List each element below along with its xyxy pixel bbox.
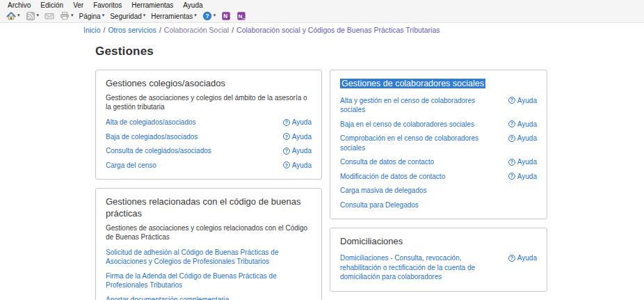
help-circle-icon: ? — [508, 97, 515, 104]
menu-ver[interactable]: Ver — [69, 1, 89, 10]
service-link[interactable]: Baja en el censo de colaboradores social… — [340, 120, 474, 129]
ayuda-link[interactable]: ?Ayuda — [508, 158, 537, 166]
service-link[interactable]: Solicitud de adhesión al Código de Buena… — [106, 248, 312, 267]
ayuda-label: Ayuda — [517, 134, 537, 142]
link-row: Solicitud de adhesión al Código de Buena… — [106, 248, 312, 267]
read-mail-button[interactable] — [42, 10, 57, 22]
page-title: Gestiones — [95, 45, 644, 58]
link-row: Baja de colegiados/asociados?Ayuda — [106, 132, 312, 142]
breadcrumb-link[interactable]: Inicio — [83, 26, 101, 34]
ayuda-link[interactable]: ?Ayuda — [508, 254, 537, 262]
ayuda-label: Ayuda — [292, 161, 312, 169]
link-row: Carga del censo?Ayuda — [106, 161, 312, 171]
breadcrumb: Inicio/Otros servicios/Colaboración Soci… — [83, 26, 644, 34]
ayuda-label: Ayuda — [292, 133, 312, 141]
service-link[interactable]: Firma de la Adenda del Código de Buenas … — [106, 271, 312, 290]
service-link[interactable]: Aportar documentación complementaria — [106, 295, 229, 300]
onenote-send-button[interactable]: N — [218, 10, 234, 22]
panel-links: Alta y gestión en el censo de colaborado… — [340, 96, 537, 210]
chevron-down-icon: ▾ — [214, 13, 216, 18]
svg-text:co: co — [243, 17, 246, 20]
link-row: Modificación de datos de contacto?Ayuda — [340, 172, 537, 182]
ayuda-link[interactable]: ?Ayuda — [508, 120, 537, 128]
menu-ayuda[interactable]: Ayuda — [179, 1, 208, 10]
page-content: Inicio/Otros servicios/Colaboración Soci… — [0, 26, 644, 300]
ayuda-link[interactable]: ?Ayuda — [508, 134, 537, 142]
panel-links: Domiciliaciones - Consulta, revocación, … — [340, 253, 537, 282]
panel-title: Gestiones de colaboradores sociales — [340, 78, 537, 90]
ayuda-label: Ayuda — [517, 254, 537, 262]
panel-links: Solicitud de adhesión al Código de Buena… — [106, 248, 312, 300]
tools-button[interactable]: Herramientas▾ — [148, 10, 200, 22]
service-link[interactable]: Carga masiva de delegados — [340, 186, 427, 196]
service-link[interactable]: Consulta para Delegados — [340, 200, 419, 210]
chevron-down-icon: ▾ — [102, 13, 105, 18]
svg-text:N: N — [224, 13, 228, 19]
panel-title-text: Gestiones colegios/asociados — [106, 78, 225, 88]
ayuda-link[interactable]: ?Ayuda — [283, 161, 312, 169]
help-circle-icon: ? — [283, 148, 290, 155]
home-button[interactable]: ▾ — [3, 10, 23, 22]
service-link[interactable]: Baja de colegiados/asociados — [106, 132, 198, 142]
help-circle-icon: ? — [508, 135, 515, 142]
ayuda-link[interactable]: ?Ayuda — [283, 147, 312, 155]
panel-description: Gestiones de asociaciones y colegios del… — [106, 93, 312, 111]
panel-title-text: Domiciliaciones — [340, 236, 403, 246]
chevron-down-icon: ▾ — [17, 13, 20, 18]
ayuda-link[interactable]: ?Ayuda — [283, 118, 312, 126]
ayuda-link[interactable]: ?Ayuda — [283, 133, 312, 141]
help-button[interactable]: ?▾ — [200, 10, 219, 22]
chevron-down-icon: ▾ — [37, 13, 40, 18]
panel-title-selected-text: Gestiones de colaboradores sociales — [340, 79, 485, 88]
ayuda-label: Ayuda — [517, 120, 537, 128]
help-circle-icon: ? — [508, 120, 515, 127]
service-link[interactable]: Consulta de datos de contacto — [340, 157, 434, 167]
ayuda-link[interactable]: ?Ayuda — [508, 173, 537, 180]
breadcrumb-link[interactable]: Colaboración social y Códigos de Buenas … — [236, 26, 440, 34]
command-bar: ▾▾▾Página▾Seguridad▾Herramientas▾?▾NNco — [0, 10, 644, 23]
panel-title-text: Gestiones relacionadas con el código de … — [106, 196, 300, 218]
service-link[interactable]: Consulta de colegiados/asociados — [106, 146, 211, 156]
feeds-button[interactable]: ▾ — [23, 10, 42, 22]
ayuda-link[interactable]: ?Ayuda — [508, 97, 537, 104]
menu-edicion[interactable]: Edición — [36, 1, 69, 10]
chevron-down-icon: ▾ — [143, 13, 146, 18]
help-circle-icon: ? — [283, 133, 290, 140]
service-link[interactable]: Alta y gestión en el censo de colaborado… — [340, 96, 501, 115]
browser-window: ArchivoEdiciónVerFavoritosHerramientasAy… — [0, 0, 644, 300]
safety-button[interactable]: Seguridad▾ — [107, 10, 148, 22]
left-column: Gestiones colegios/asociadosGestiones de… — [95, 70, 322, 300]
panel-links: Alta de colegiados/asociados?AyudaBaja d… — [106, 118, 312, 170]
ayuda-label: Ayuda — [292, 147, 312, 155]
feed-icon — [26, 11, 35, 21]
chevron-down-icon: ▾ — [194, 13, 197, 18]
service-link[interactable]: Carga del censo — [106, 161, 156, 171]
print-button[interactable]: ▾ — [57, 10, 77, 22]
menu-archivo[interactable]: Archivo — [3, 1, 36, 10]
link-row: Consulta de colegiados/asociados?Ayuda — [106, 146, 312, 156]
link-row: Aportar documentación complementaria — [106, 295, 312, 300]
breadcrumb-link[interactable]: Otros servicios — [108, 26, 156, 34]
onenote-linked-icon: Nco — [236, 11, 246, 21]
page-button[interactable]: Página▾ — [77, 10, 108, 22]
link-row: Baja en el censo de colaboradores social… — [340, 120, 537, 129]
panel-title: Domiciliaciones — [340, 236, 537, 247]
menu-favoritos[interactable]: Favoritos — [89, 1, 127, 10]
breadcrumb-link[interactable]: Colaboración Social — [164, 26, 229, 34]
panel-title: Gestiones colegios/asociados — [106, 78, 312, 89]
safety-button-label: Seguridad — [110, 13, 142, 20]
service-link[interactable]: Modificación de datos de contacto — [340, 172, 445, 182]
service-link[interactable]: Domiciliaciones - Consulta, revocación, … — [340, 253, 501, 282]
help-circle-icon: ? — [508, 255, 515, 262]
ayuda-label: Ayuda — [517, 97, 537, 104]
menu-herramientas[interactable]: Herramientas — [127, 1, 179, 10]
link-row: Alta y gestión en el censo de colaborado… — [340, 96, 537, 115]
service-link[interactable]: Alta de colegiados/asociados — [106, 118, 196, 127]
printer-icon — [60, 11, 70, 21]
onenote-linked-button[interactable]: Nco — [234, 10, 249, 22]
service-link[interactable]: Comprobación en el censo de colaboradore… — [340, 134, 501, 152]
ayuda-label: Ayuda — [292, 118, 312, 126]
onenote-icon: N — [221, 11, 231, 21]
panel-card: Gestiones de colaboradores socialesAlta … — [330, 70, 547, 219]
breadcrumb-separator: / — [104, 26, 106, 34]
